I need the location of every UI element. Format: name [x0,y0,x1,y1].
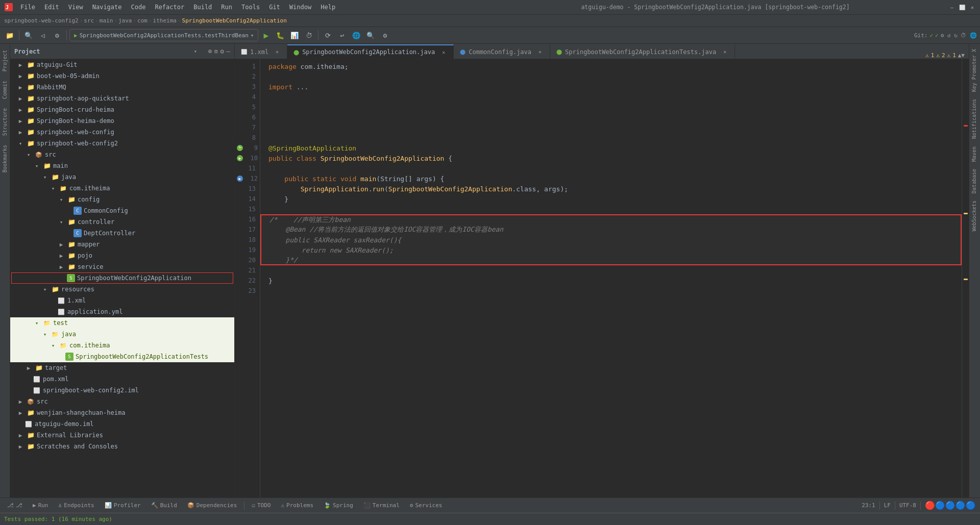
spring-item[interactable]: 🍃 Spring [321,501,356,510]
menu-navigate[interactable]: Navigate [88,3,126,12]
bc-item[interactable]: java [118,17,132,24]
tree-item-atguigu-iml[interactable]: ⬜ atguigu-demo.iml [10,418,234,430]
menu-view[interactable]: View [64,3,87,12]
toolbar-project-button[interactable]: 📁 [3,29,16,42]
window-controls[interactable]: — ⬜ ✕ [948,4,976,11]
right-tab-key-promoter[interactable]: Key Promoter X [970,46,979,95]
error-mark-1[interactable] [964,125,968,127]
run-status-item[interactable]: ▶ Run [30,501,52,510]
spring-bean-icon[interactable]: 🍃 [237,145,243,151]
tree-item-src[interactable]: ▾ 📦 src [10,149,234,160]
run-button[interactable]: ▶ [259,29,273,42]
menu-refactor[interactable]: Refactor [151,3,188,12]
tree-item-java-main[interactable]: ▾ 📁 java [10,171,234,183]
run-main-icon[interactable]: ▶ [237,176,243,182]
filetree-icon-1[interactable]: ⊕ [208,47,212,55]
left-tab-structure[interactable]: Structure [1,104,9,140]
tree-item-web-config2[interactable]: ▾ 📁 springboot-web-config2 [10,138,234,149]
profiler-item[interactable]: 📊 Profiler [102,501,144,510]
minimize-button[interactable]: — [948,4,955,11]
bc-item[interactable]: com [137,17,148,24]
terminal-item[interactable]: ⬛ Terminal [360,501,403,510]
tab-common-config[interactable]: ⬤ CommonConfig.java ✕ [454,44,550,59]
left-tab-project[interactable]: Project [1,46,9,76]
tree-item-pojo[interactable]: ▶ 📁 pojo [10,250,234,261]
services-item[interactable]: ⚙ Services [407,501,446,510]
coverage-button[interactable]: 📊 [288,29,301,42]
left-tab-commit[interactable]: Commit [1,77,9,103]
tab-close-app-tests[interactable]: ✕ [721,48,728,56]
menu-run[interactable]: Run [217,3,236,12]
encoding[interactable]: UTF-8 [899,502,916,509]
toolbar-search-button[interactable]: 🔍 [22,29,35,42]
toolbar-extra-3[interactable]: 🌐 [350,29,363,42]
menu-code[interactable]: Code [127,3,150,12]
menu-tools[interactable]: Tools [237,3,264,12]
close-button[interactable]: ✕ [969,4,976,11]
tab-1xml[interactable]: ⬜ 1.xml ✕ [235,44,287,59]
right-tab-notifications[interactable]: Notifications [970,96,979,142]
tree-item-boot-web[interactable]: ▶ 📁 boot-web-05-admin [10,70,234,82]
right-tab-websockets[interactable]: WebSockets [970,197,979,234]
bc-item[interactable]: itheima [153,17,177,24]
git-status-item[interactable]: ⎇ ⎇ [4,501,26,510]
tree-item-test-itheima[interactable]: ▾ 📁 com.itheima [10,340,234,351]
tree-item-com-itheima[interactable]: ▾ 📁 com.itheima [10,183,234,194]
tree-item-test-java[interactable]: ▾ 📁 java [10,329,234,340]
warn-mark-2[interactable] [964,279,968,280]
build-item[interactable]: 🔨 Build [148,501,180,510]
expand-tabs-icon[interactable]: ▲▼ [958,52,965,59]
todo-item[interactable]: ☑ TODO [249,501,274,510]
tree-item-test[interactable]: ▾ 📁 test [10,317,234,329]
tree-item-aop[interactable]: ▶ 📁 springboot-aop-quickstart [10,93,234,104]
tab-close-1xml[interactable]: ✕ [274,48,281,56]
bc-item[interactable]: src [84,17,94,24]
maximize-button[interactable]: ⬜ [959,4,966,11]
tree-item-external-libs[interactable]: ▶ 📁 External Libraries [10,430,234,441]
filetree-icon-2[interactable]: ≡ [214,47,218,55]
tree-item-app-tests[interactable]: S SpringbootWebConfig2ApplicationTests [10,351,234,362]
toolbar-extra-5[interactable]: ⚙ [378,29,391,42]
tree-item-main[interactable]: ▾ 📁 main [10,160,234,171]
tree-item-src-root[interactable]: ▶ 📦 src [10,396,234,407]
tree-item-scratches[interactable]: ▶ 📁 Scratches and Consoles [10,441,234,452]
tree-item-resources[interactable]: ▾ 📁 resources [10,284,234,295]
tree-item-wenjian[interactable]: ▶ 📁 wenjian-shangchuan-heima [10,407,234,418]
cursor-position[interactable]: 23:1 [862,502,875,509]
tree-item-config[interactable]: ▾ 📁 config [10,194,234,205]
tab-close-common-config[interactable]: ✕ [536,48,544,56]
tree-item-1xml[interactable]: ⬜ 1.xml [10,295,234,306]
endpoints-item[interactable]: ⚓ Endpoints [56,501,97,510]
menu-build[interactable]: Build [189,3,216,12]
bc-item[interactable]: main [100,17,113,24]
tree-item-pom[interactable]: ⬜ pom.xml [10,373,234,385]
dependencies-item[interactable]: 📦 Dependencies [184,501,240,510]
tree-item-atguigu-git[interactable]: ▶ 📁 atguigu-Git [10,59,234,70]
tree-item-heima-demo[interactable]: ▶ 📁 SpringBoot-heima-demo [10,115,234,127]
menu-help[interactable]: Help [316,3,339,12]
tree-item-appyml[interactable]: ⬜ application.yml [10,306,234,317]
tree-item-crud[interactable]: ▶ 📁 SpringBoot-crud-heima [10,104,234,115]
menu-file[interactable]: File [16,3,39,12]
filetree-dropdown[interactable]: ▾ [194,48,197,54]
tree-item-main-app[interactable]: S SpringbootWebConfig2Application [11,272,233,284]
menu-window[interactable]: Window [285,3,315,12]
warn-mark-1[interactable] [964,213,968,214]
right-tab-maven[interactable]: Maven [970,143,979,165]
bc-item[interactable]: springboot-web-config2 [4,17,79,24]
toolbar-extra-4[interactable]: 🔍 [364,29,377,42]
filetree-icon-3[interactable]: ⚙ [220,47,224,55]
code-editor[interactable]: 1 2 3 4 5 6 7 8 🍃 9 ▶ 10 11 ▶ [235,59,969,497]
menu-edit[interactable]: Edit [40,3,63,12]
tab-close-main-app[interactable]: ✕ [440,48,447,56]
tree-item-mapper[interactable]: ▶ 📁 mapper [10,239,234,250]
toolbar-extra-1[interactable]: ⟳ [321,29,334,42]
tree-item-web-config[interactable]: ▶ 📁 springboot-web-config [10,127,234,138]
toolbar-back-button[interactable]: ◁ [36,29,50,42]
menu-bar[interactable]: File Edit View Navigate Code Refactor Bu… [16,3,482,12]
line-ending[interactable]: LF [884,502,891,509]
menu-git[interactable]: Git [265,3,284,12]
filetree-icon-4[interactable]: — [226,47,230,55]
tree-item-dept-controller[interactable]: C DeptController [10,228,234,239]
tree-item-controller[interactable]: ▾ 📁 controller [10,216,234,228]
